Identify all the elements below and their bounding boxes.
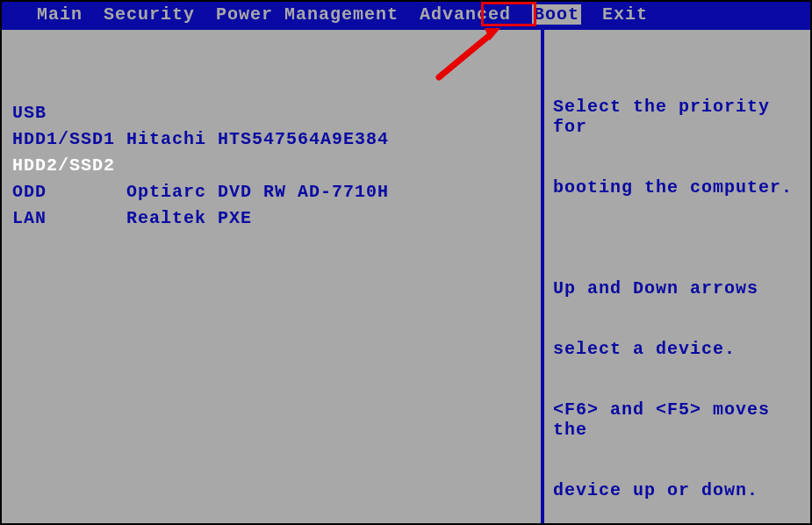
boot-value: Optiarc DVD RW AD-7710H: [126, 179, 389, 205]
tab-advanced[interactable]: Advanced: [420, 4, 511, 25]
boot-row-lan[interactable]: LAN Realtek PXE: [12, 205, 530, 232]
help-line: select a device.: [553, 339, 801, 359]
help-line: device up or down.: [553, 480, 801, 500]
boot-row-usb[interactable]: USB: [12, 100, 530, 126]
help-line: Select the priority for: [553, 97, 801, 137]
help-pane: Select the priority for booting the comp…: [541, 30, 810, 523]
bios-menu-bar: Main Security Power Management Advanced …: [2, 2, 810, 26]
tab-security[interactable]: Security: [104, 4, 195, 25]
help-line: Up and Down arrows: [553, 278, 801, 298]
boot-order-list[interactable]: USB HDD1/SSD1 Hitachi HTS547564A9E384 HD…: [12, 100, 530, 232]
help-line: <F6> and <F5> moves the: [553, 399, 801, 440]
boot-key: ODD: [12, 179, 126, 205]
help-line: booting the computer.: [553, 177, 801, 198]
boot-row-hdd2[interactable]: HDD2/SSD2: [12, 153, 530, 179]
boot-row-hdd1[interactable]: HDD1/SSD1 Hitachi HTS547564A9E384: [12, 126, 530, 153]
boot-value: Hitachi HTS547564A9E384: [126, 126, 389, 153]
boot-key: HDD1/SSD1: [12, 126, 126, 153]
boot-value: Realtek PXE: [126, 205, 252, 232]
boot-key: HDD2/SSD2: [12, 153, 126, 179]
boot-order-pane: USB HDD1/SSD1 Hitachi HTS547564A9E384 HD…: [2, 30, 541, 523]
boot-row-odd[interactable]: ODD Optiarc DVD RW AD-7710H: [12, 179, 530, 205]
tab-main[interactable]: Main: [37, 4, 83, 25]
boot-key: LAN: [12, 205, 126, 232]
tab-boot[interactable]: Boot: [532, 4, 581, 25]
tab-exit[interactable]: Exit: [602, 4, 648, 25]
boot-key: USB: [12, 100, 126, 126]
tab-power-management[interactable]: Power Management: [216, 4, 399, 25]
bios-content-area: USB HDD1/SSD1 Hitachi HTS547564A9E384 HD…: [2, 26, 810, 523]
